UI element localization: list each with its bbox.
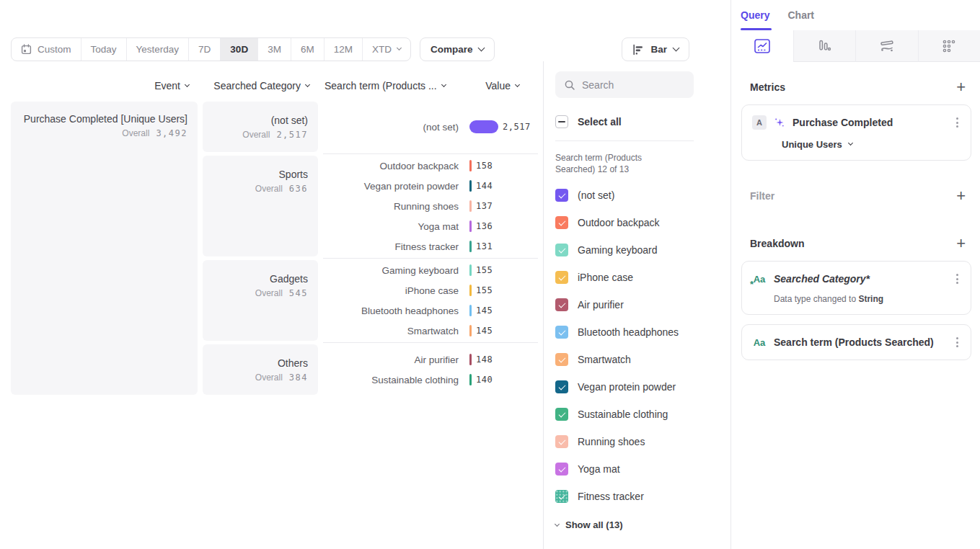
select-all-row[interactable]: Select all bbox=[555, 115, 730, 128]
insights-report-tab[interactable] bbox=[731, 30, 793, 62]
term-row[interactable]: Running shoes137 bbox=[323, 196, 538, 216]
filter-item[interactable]: Smartwatch bbox=[555, 346, 730, 373]
filter-item-label: Gaming keyboard bbox=[578, 244, 658, 256]
chart-type-button[interactable]: Bar bbox=[622, 37, 689, 61]
term-row[interactable]: Vegan protein powder144 bbox=[323, 176, 538, 196]
compare-button[interactable]: Compare bbox=[420, 37, 495, 61]
add-breakdown-button[interactable]: + bbox=[956, 236, 966, 251]
filter-item[interactable]: Gaming keyboard bbox=[555, 236, 730, 264]
date-range-today[interactable]: Today bbox=[81, 38, 127, 61]
column-header-event[interactable]: Event bbox=[11, 80, 198, 92]
toolbar-left: CustomTodayYesterday7D30D3M6M12MXTD Comp… bbox=[11, 37, 495, 61]
tab-chart[interactable]: Chart bbox=[787, 9, 814, 30]
term-row[interactable]: (not set)2,517 bbox=[323, 117, 538, 137]
checkbox[interactable] bbox=[555, 408, 568, 421]
add-filter-button[interactable]: + bbox=[956, 189, 966, 203]
search-box[interactable] bbox=[555, 71, 694, 98]
funnels-report-tab[interactable] bbox=[793, 30, 856, 62]
term-row[interactable]: Fitness tracker131 bbox=[323, 236, 538, 256]
category-cell[interactable]: (not set)Overall2,517 bbox=[203, 102, 318, 152]
date-range-xtd[interactable]: XTD bbox=[363, 38, 410, 61]
filter-title: Filter bbox=[750, 190, 774, 202]
checkbox[interactable] bbox=[555, 189, 568, 202]
value-bar[interactable] bbox=[469, 120, 498, 133]
filter-item[interactable]: (not set) bbox=[555, 182, 730, 209]
date-range-3m[interactable]: 3M bbox=[258, 38, 291, 61]
date-range-30d[interactable]: 30D bbox=[221, 38, 258, 61]
checkbox[interactable] bbox=[555, 244, 568, 256]
checkbox[interactable] bbox=[555, 380, 568, 393]
breakdown-card[interactable]: Aa Search term (Products Searched) bbox=[741, 324, 971, 360]
value-bar[interactable] bbox=[469, 241, 472, 252]
checkbox[interactable] bbox=[555, 490, 568, 503]
term-row[interactable]: Bluetooth headphones145 bbox=[323, 300, 538, 321]
checkbox[interactable] bbox=[555, 271, 568, 284]
value-bar[interactable] bbox=[469, 264, 472, 276]
filter-item[interactable]: iPhone case bbox=[555, 264, 730, 291]
filter-item[interactable]: Air purifier bbox=[555, 291, 730, 318]
flows-report-tab[interactable] bbox=[855, 30, 918, 62]
search-input[interactable] bbox=[582, 79, 683, 91]
select-all-checkbox[interactable] bbox=[555, 115, 568, 128]
filter-item[interactable]: Fitness tracker bbox=[555, 483, 730, 510]
value-bar[interactable] bbox=[469, 180, 472, 192]
term-row[interactable]: Yoga mat136 bbox=[323, 216, 538, 236]
measure-dropdown[interactable]: Unique Users bbox=[752, 139, 961, 150]
add-metric-button[interactable]: + bbox=[956, 80, 966, 94]
date-range-custom[interactable]: Custom bbox=[12, 38, 81, 61]
value-bar[interactable] bbox=[469, 285, 472, 296]
term-row[interactable]: Smartwatch145 bbox=[323, 321, 538, 341]
retention-icon bbox=[943, 40, 955, 53]
term-row[interactable]: Sustainable clothing140 bbox=[323, 370, 538, 390]
checkbox[interactable] bbox=[555, 216, 568, 229]
filter-item[interactable]: Running shoes bbox=[555, 428, 730, 455]
category-cell[interactable]: OthersOverall384 bbox=[203, 344, 318, 395]
retention-report-tab[interactable] bbox=[918, 30, 980, 62]
value-bar[interactable] bbox=[469, 305, 472, 316]
metric-card[interactable]: A Purchase Completed Unique Users bbox=[741, 104, 971, 161]
kebab-menu-icon[interactable] bbox=[954, 335, 961, 349]
value-bar[interactable] bbox=[469, 200, 472, 212]
kebab-menu-icon[interactable] bbox=[954, 115, 961, 130]
value-bar[interactable] bbox=[469, 220, 472, 232]
value-bar[interactable] bbox=[469, 374, 472, 385]
category-cell[interactable]: GadgetsOverall545 bbox=[203, 260, 318, 341]
term-row[interactable]: Gaming keyboard155 bbox=[323, 260, 538, 280]
metric-name: Purchase Completed bbox=[793, 117, 947, 128]
value-bar[interactable] bbox=[469, 354, 472, 365]
column-header-search-term[interactable]: Search term (Products ... bbox=[325, 80, 446, 92]
column-header-searched-category[interactable]: Searched Category bbox=[198, 80, 318, 92]
value-bar[interactable] bbox=[469, 325, 472, 336]
date-range-yesterday[interactable]: Yesterday bbox=[127, 38, 190, 61]
breakdown-section-header: Breakdown + bbox=[741, 236, 971, 251]
checkbox[interactable] bbox=[555, 326, 568, 339]
date-range-7d[interactable]: 7D bbox=[189, 38, 221, 61]
column-header-value[interactable]: Value bbox=[485, 80, 538, 92]
breakdown-card[interactable]: Aa* Searched Category* Data type changed… bbox=[741, 261, 971, 315]
filter-item[interactable]: Bluetooth headphones bbox=[555, 318, 730, 346]
breakdown-card-row: Aa Search term (Products Searched) bbox=[752, 335, 961, 349]
filter-item[interactable]: Sustainable clothing bbox=[555, 401, 730, 428]
checkbox[interactable] bbox=[555, 435, 568, 448]
checkbox[interactable] bbox=[555, 298, 568, 311]
tab-query[interactable]: Query bbox=[741, 9, 769, 30]
show-all-button[interactable]: Show all (13) bbox=[555, 519, 730, 530]
terms-cell: Gaming keyboard155iPhone case155Bluetoot… bbox=[323, 260, 538, 341]
filter-item[interactable]: Outdoor backpack bbox=[555, 209, 730, 236]
check-icon bbox=[558, 218, 565, 226]
term-row[interactable]: Outdoor backpack158 bbox=[323, 156, 538, 176]
indeterminate-icon bbox=[558, 121, 565, 122]
category-cell[interactable]: SportsOverall636 bbox=[203, 156, 318, 256]
term-row[interactable]: iPhone case155 bbox=[323, 280, 538, 300]
event-cell[interactable]: Purchase Completed [Unique Users] Overal… bbox=[11, 102, 198, 395]
kebab-menu-icon[interactable] bbox=[954, 272, 961, 286]
term-row[interactable]: Air purifier148 bbox=[323, 349, 538, 370]
category-group: (not set)Overall2,517(not set)2,517 bbox=[203, 102, 538, 152]
date-range-6m[interactable]: 6M bbox=[291, 38, 325, 61]
date-range-12m[interactable]: 12M bbox=[325, 38, 363, 61]
checkbox[interactable] bbox=[555, 353, 568, 366]
filter-item[interactable]: Yoga mat bbox=[555, 455, 730, 483]
value-bar[interactable] bbox=[469, 160, 472, 171]
checkbox[interactable] bbox=[555, 463, 568, 476]
filter-item[interactable]: Vegan protein powder bbox=[555, 373, 730, 401]
